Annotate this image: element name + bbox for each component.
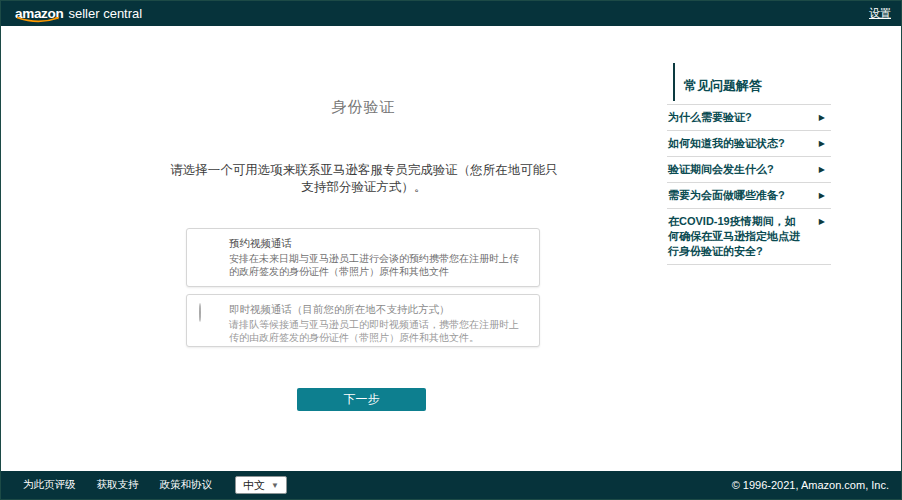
instruction-text: 请选择一个可用选项来联系亚马逊客服专员完成验证（您所在地可能只支持部分验证方式）…: [169, 162, 559, 196]
faq-item-label: 验证期间会发生什么?: [668, 162, 802, 177]
faq-left-divider: [673, 63, 675, 101]
footer-bar: 为此页评级 获取支持 政策和协议 中文 ▼ © 1996-2021, Amazo…: [1, 471, 901, 499]
faq-item-covid-safety[interactable]: 在COVID-19疫情期间，如何确保在亚马逊指定地点进行身份验证的安全? ▶: [667, 208, 831, 265]
faq-item-label: 为什么需要验证?: [668, 110, 802, 125]
faq-item-label: 在COVID-19疫情期间，如何确保在亚马逊指定地点进行身份验证的安全?: [668, 214, 802, 259]
option-description: 请排队等候接通与亚马逊员工的即时视频通话，携带您在注册时上传的由政府签发的身份证…: [229, 318, 527, 344]
chevron-right-icon: ▶: [819, 162, 825, 177]
faq-panel: 常见问题解答 为什么需要验证? ▶ 如何知道我的验证状态? ▶ 验证期间会发生什…: [667, 63, 831, 265]
amazon-smile-icon: [16, 16, 62, 25]
get-support-link[interactable]: 获取支持: [97, 478, 139, 492]
faq-item-verification-status[interactable]: 如何知道我的验证状态? ▶: [667, 130, 831, 156]
option-description: 安排在未来日期与亚马逊员工进行会谈的预约携带您在注册时上传的政府签发的身份证件（…: [229, 252, 527, 278]
faq-item-meeting-preparation[interactable]: 需要为会面做哪些准备? ▶: [667, 182, 831, 208]
chevron-right-icon: ▶: [819, 110, 825, 125]
amazon-seller-central-logo[interactable]: amazon seller central: [15, 6, 142, 21]
option-texts: 预约视频通话 安排在未来日期与亚马逊员工进行会谈的预约携带您在注册时上传的政府签…: [229, 237, 527, 278]
language-dropdown[interactable]: 中文 ▼: [235, 476, 287, 494]
radio-column: [199, 303, 229, 344]
next-step-button[interactable]: 下一步: [297, 388, 426, 411]
faq-item-label: 需要为会面做哪些准备?: [668, 188, 802, 203]
chevron-right-icon: ▶: [819, 188, 825, 203]
language-selected-value: 中文: [243, 478, 265, 493]
copyright-text: © 1996-2021, Amazon.com, Inc.: [732, 479, 889, 491]
option-label[interactable]: 预约视频通话: [229, 237, 527, 250]
chevron-right-icon: ▶: [819, 136, 825, 151]
page: amazon seller central 设置 身份验证 请选择一个可用选项来…: [0, 0, 902, 500]
faq-title: 常见问题解答: [667, 63, 831, 104]
faq-item-what-happens[interactable]: 验证期间会发生什么? ▶: [667, 156, 831, 182]
page-title: 身份验证: [101, 98, 626, 117]
option-texts: 即时视频通话（目前您的所在地不支持此方式） 请排队等候接通与亚马逊员工的即时视频…: [229, 303, 527, 344]
chevron-down-icon: ▼: [271, 481, 279, 490]
faq-item-label: 如何知道我的验证状态?: [668, 136, 802, 151]
settings-link[interactable]: 设置: [869, 6, 891, 21]
rate-this-page-link[interactable]: 为此页评级: [23, 478, 76, 492]
faq-item-why-verify[interactable]: 为什么需要验证? ▶: [667, 104, 831, 130]
option-instant-video-call[interactable]: 即时视频通话（目前您的所在地不支持此方式） 请排队等候接通与亚马逊员工的即时视频…: [186, 294, 540, 347]
radio-column: [199, 237, 229, 278]
amazon-logo-text: amazon: [15, 6, 63, 21]
chevron-right-icon: ▶: [819, 214, 825, 229]
option-label[interactable]: 即时视频通话（目前您的所在地不支持此方式）: [229, 303, 527, 316]
radio-unselected-icon[interactable]: [199, 303, 201, 322]
top-nav-bar: amazon seller central 设置: [1, 1, 901, 26]
option-scheduled-video-call[interactable]: 预约视频通话 安排在未来日期与亚马逊员工进行会谈的预约携带您在注册时上传的政府签…: [186, 228, 540, 287]
seller-central-label: seller central: [68, 6, 142, 21]
policies-agreements-link[interactable]: 政策和协议: [160, 478, 213, 492]
